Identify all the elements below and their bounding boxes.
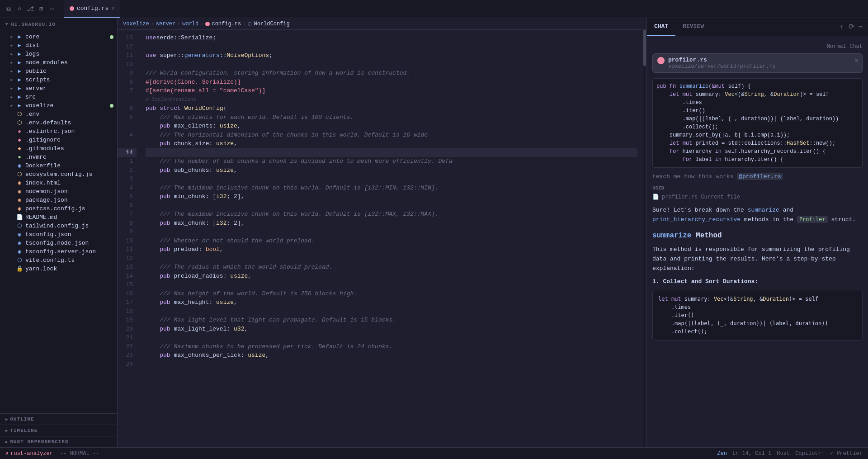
file-chip-close-button[interactable]: ✕	[855, 57, 859, 64]
code-line-comment-light: /// Max light level that light can propa…	[146, 316, 637, 325]
code-line-comment-sub: /// The number of sub chunks a chunk is …	[146, 157, 637, 166]
new-chat-icon[interactable]: ＋	[838, 22, 845, 32]
search-icon[interactable]: ⌕	[15, 5, 24, 13]
rust-deps-label: RUST DEPENDENCIES	[10, 439, 68, 445]
sidebar-item-gitmodules[interactable]: ◆ .gitmodules	[0, 144, 117, 153]
breadcrumb-world[interactable]: world	[182, 21, 198, 27]
status-position[interactable]: Ln 14, Col 1	[732, 450, 771, 457]
sidebar-title: HI.SHAORUU.IO	[11, 22, 56, 27]
used-file: 📄 profiler.rs Current file	[652, 194, 863, 200]
sidebar-item-core[interactable]: ▶ core	[0, 33, 117, 41]
item-name-eslintrc: .eslintrc.json	[25, 128, 113, 135]
sidebar-item-node_modules[interactable]: ▶ node_modules	[0, 58, 117, 67]
sidebar-section-header-timeline[interactable]: ▶ TIMELINE	[0, 425, 117, 436]
sidebar-section-header-rust[interactable]: ▶ RUST DEPENDENCIES	[0, 436, 117, 447]
more-icon[interactable]: ⋯	[48, 5, 56, 13]
print-link[interactable]: print_hierarchy_recursive	[652, 216, 741, 223]
sidebar-item-tsconfig[interactable]: ◉ tsconfig.json	[0, 230, 117, 239]
summarize-link[interactable]: summarize	[748, 207, 779, 213]
status-language[interactable]: Rust	[777, 450, 790, 457]
file-icon: 🔒	[15, 265, 24, 272]
sidebar-header[interactable]: ▼ HI.SHAORUU.IO	[0, 18, 117, 31]
sidebar-item-server[interactable]: ▶ server	[0, 84, 117, 93]
zen-label: Zen	[717, 450, 727, 457]
sidebar-item-postcss[interactable]: ◉ postcss.config.js	[0, 204, 117, 213]
sidebar-item-gitignore[interactable]: ◆ .gitignore	[0, 136, 117, 144]
sidebar-item-logs[interactable]: ▶ logs	[0, 50, 117, 58]
chat-body[interactable]: Normal Chat profiler.rs voxelize/server/…	[647, 36, 868, 447]
code-content[interactable]: use serde::Serialize; use super::generat…	[140, 30, 643, 447]
code-line-max-clients: pub max_clients: usize,	[146, 122, 637, 131]
line-num-4a: 4	[118, 131, 137, 140]
item-name-vite: vite.config.ts	[25, 257, 113, 264]
chat-history-icon[interactable]: ⟳	[849, 22, 854, 32]
sidebar-item-scripts[interactable]: ▶ scripts	[0, 76, 117, 84]
sidebar-item-index-html[interactable]: ◉ index.html	[0, 179, 117, 187]
summarize-heading-link[interactable]: summarize	[652, 232, 691, 240]
chat-more-icon[interactable]: ⋯	[858, 22, 863, 32]
item-name-postcss: postcss.config.js	[25, 205, 113, 212]
code-line-empty10	[146, 360, 637, 369]
sidebar-item-env[interactable]: ⬡ .env	[0, 110, 117, 118]
status-zen[interactable]: Zen	[717, 450, 727, 457]
branch-icon[interactable]: ⎇	[26, 5, 34, 13]
chevron-right-icon	[8, 52, 15, 57]
ai-response: Sure! Let's break down the summarize and…	[652, 206, 863, 341]
status-copilot[interactable]: Copilot++	[795, 450, 825, 457]
file-icon: ◈	[15, 128, 24, 135]
status-prettier[interactable]: ✓ Prettier	[830, 450, 863, 457]
layout-icon[interactable]: ⊞	[37, 5, 45, 13]
sidebar-item-readme[interactable]: 📄 README.md	[0, 213, 117, 222]
sidebar-item-package[interactable]: ◉ package.json	[0, 196, 117, 204]
sidebar-item-tsconfig-server[interactable]: ◉ tsconfig.server.json	[0, 247, 117, 256]
sidebar-section-header-outline[interactable]: ▶ OUTLINE	[0, 414, 117, 425]
status-mode[interactable]: -- NORMAL --	[60, 450, 99, 457]
sidebar-item-public[interactable]: ▶ public	[0, 67, 117, 76]
sidebar-item-dockerfile[interactable]: ◉ Dockerfile	[0, 161, 117, 170]
chevron-right-icon	[8, 43, 15, 48]
tab-review[interactable]: REVIEW	[675, 18, 711, 36]
line-num-11b: 11	[118, 245, 137, 254]
sidebar-item-ecosystem[interactable]: ⬡ ecosystem.config.js	[0, 170, 117, 179]
sidebar-item-tailwind[interactable]: ⬡ tailwind.config.js	[0, 222, 117, 230]
breadcrumb-server[interactable]: server	[156, 21, 175, 27]
sidebar-item-vite[interactable]: ⬡ vite.config.ts	[0, 256, 117, 265]
tab-label: config.rs	[77, 5, 108, 12]
breadcrumb: voxelize › server › world › config.rs › …	[118, 18, 646, 30]
line-num-8: 8	[118, 78, 137, 87]
line-num-6b: 6	[118, 201, 137, 210]
breadcrumb-config-rs[interactable]: config.rs	[212, 21, 241, 27]
ai-description: This method is responsible for summarizi…	[652, 245, 863, 273]
sidebar-item-env-defaults[interactable]: ⬡ .env.defaults	[0, 118, 117, 127]
breadcrumb-voxelize[interactable]: voxelize	[123, 21, 149, 27]
scrollbar[interactable]	[643, 30, 646, 447]
copy-icon[interactable]: ⧉	[5, 5, 13, 13]
code-line-empty5	[146, 227, 637, 237]
error-icon: ✗	[5, 450, 9, 457]
item-name-server: server	[25, 85, 113, 92]
item-name-tsconfig-node: tsconfig.node.json	[25, 240, 113, 246]
chat-normal-label: Normal Chat	[652, 42, 863, 53]
file-icon: ⬡	[15, 119, 24, 126]
breadcrumb-sep1: ›	[151, 21, 154, 27]
badge-core	[110, 35, 113, 39]
sidebar-item-tsconfig-node[interactable]: ◉ tsconfig.node.json	[0, 239, 117, 247]
breadcrumb-worldconfig[interactable]: WorldConfig	[254, 21, 289, 27]
sidebar-item-voxelize[interactable]: ▶ voxelize	[0, 101, 117, 110]
status-error-item[interactable]: ✗ rust-analyzer	[5, 450, 53, 457]
tab-close-button[interactable]: ✕	[111, 5, 114, 12]
item-name-core: core	[25, 33, 110, 40]
sidebar-item-dist[interactable]: ▶ dist	[0, 41, 117, 50]
badge-voxelize	[110, 104, 113, 108]
line-num-4b	[118, 139, 137, 148]
sidebar-section-rust: ▶ RUST DEPENDENCIES	[0, 436, 117, 447]
sidebar-item-eslintrc[interactable]: ◈ .eslintrc.json	[0, 127, 117, 136]
tab-config-rs[interactable]: config.rs ✕	[64, 0, 120, 18]
sidebar-item-nvmrc[interactable]: ● .nvmrc	[0, 153, 117, 161]
tab-chat[interactable]: CHAT	[647, 18, 675, 36]
code-preview-line-8: summary.sort_by(|a, b| b.1.cmp(a.1));	[656, 131, 859, 139]
sidebar-item-src[interactable]: ▶ src	[0, 93, 117, 101]
code-preview-line-1: pub fn summarize(&mut self) {	[656, 82, 859, 90]
sidebar-item-yarn[interactable]: 🔒 yarn.lock	[0, 265, 117, 273]
sidebar-item-nodemon[interactable]: ◉ nodemon.json	[0, 187, 117, 196]
